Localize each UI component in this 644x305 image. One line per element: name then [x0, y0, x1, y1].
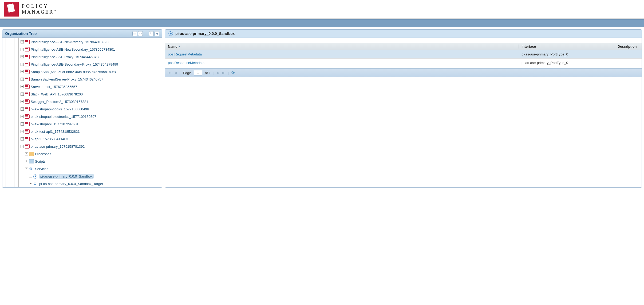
tree-node-label[interactable]: pi-as-ase-primary_0.0.0_Sandbox	[39, 174, 94, 179]
tree-node-label[interactable]: pi-ak-shopapi-electronics_1577109159597	[31, 115, 96, 119]
tree-toggle[interactable]: +	[21, 63, 24, 66]
service-gear-icon: ✱	[33, 174, 38, 178]
tree-node[interactable]: +PingIntelligence-ASE-Proxy_157346446879…	[2, 53, 162, 61]
tree-node[interactable]: +Slack_Web_API_1576083678200	[2, 90, 162, 98]
tree-node-label[interactable]: Processes	[35, 152, 51, 156]
first-page-button[interactable]: ⏮	[168, 71, 172, 75]
expand-all-button[interactable]: ▭	[138, 31, 143, 36]
tree-node[interactable]: +Swagger_Petstore2_1573039167381	[2, 98, 162, 105]
tree-toggle[interactable]: +	[21, 122, 24, 126]
tree-toggle[interactable]: +	[21, 100, 24, 103]
column-name[interactable]: Name ▲	[165, 45, 519, 49]
tree-toggle[interactable]: +	[29, 182, 32, 185]
tree-toggle[interactable]: +	[25, 160, 28, 163]
tree-node[interactable]: +Scripts	[2, 158, 162, 165]
organization-tree-panel: Organization Tree ▬ ▭ ↻ ◀ +PingIntellige…	[2, 29, 162, 188]
tree-node-label[interactable]: PingIntelligence-ASE-Proxy_1573464468798	[31, 55, 100, 59]
refresh-grid-button[interactable]: ⟳	[231, 70, 235, 75]
api-icon	[25, 70, 30, 74]
tree-toggle[interactable]: +	[21, 137, 24, 141]
table-row[interactable]: postResponseMetadatapi-as-ase-primary_Po…	[165, 59, 642, 67]
tree-toggle[interactable]: +	[21, 48, 24, 51]
last-page-button[interactable]: ⏭	[222, 71, 225, 75]
tree-node[interactable]: −⚙Services	[2, 165, 162, 172]
collapse-all-button[interactable]: ▬	[132, 31, 137, 36]
api-icon	[25, 137, 30, 141]
pager: ⏮ ◀ | Page of 1 | ▶ ⏭ | ⟳	[165, 68, 642, 77]
tree-node-label[interactable]: pi-ak-shopapi_1577107297601	[31, 122, 78, 126]
tree-toggle[interactable]: +	[21, 115, 24, 118]
detail-panel: ✱ pi-as-ase-primary_0.0.0_Sandbox Name ▲…	[165, 29, 642, 188]
tree-toggle[interactable]: +	[21, 85, 24, 88]
tree-node[interactable]: +pi-ak-test-api1_1574318532821	[2, 128, 162, 135]
api-icon	[25, 40, 30, 44]
script-icon	[29, 159, 34, 163]
tree-toggle[interactable]: +	[25, 152, 28, 155]
tree-node-label[interactable]: pi-ak-shopapi-books_1577108860496	[31, 107, 89, 111]
operation-name-cell[interactable]: postResponseMetadata	[165, 61, 519, 65]
tree-node-label[interactable]: PingIntelligence-ASE-NewSecondary_157866…	[31, 47, 115, 51]
tree-toggle[interactable]: +	[21, 70, 24, 73]
tree-node[interactable]: +PingIntelligence-ASE-NewPrimary_1578649…	[2, 38, 162, 46]
tree-node[interactable]: +pi-ak-shopapi-books_1577108860496	[2, 105, 162, 113]
tree-node[interactable]: +Processes	[2, 150, 162, 158]
tree-node[interactable]: +PingIntelligence-ASE-NewSecondary_15786…	[2, 46, 162, 53]
tree-node[interactable]: +pi-api1_1573535411403	[2, 135, 162, 143]
organization-tree-title: Organization Tree	[5, 31, 37, 36]
tree-node-label[interactable]: PingIntelligence-ASE-Secondary-Proxy_157…	[31, 62, 118, 66]
tree-node[interactable]: +PingIntelligence-ASE-Secondary-Proxy_15…	[2, 61, 162, 68]
api-icon	[25, 107, 30, 111]
tree-node-label[interactable]: SampleBackendServer-Proxy_1574346240757	[31, 77, 103, 81]
app-title-line2: MANAGER™	[22, 9, 56, 15]
tree-node-label[interactable]: Scripts	[35, 159, 46, 163]
api-icon	[25, 77, 30, 81]
tree-toggle[interactable]: +	[21, 93, 24, 96]
tree-node[interactable]: +pi-ak-shopapi_1577107297601	[2, 120, 162, 128]
toggle-panel-button[interactable]: ◀	[155, 31, 159, 36]
service-gear-icon: ✱	[168, 31, 173, 36]
tree-node-label[interactable]: Swagger_Petstore2_1573039167381	[31, 100, 88, 104]
api-icon	[25, 99, 30, 104]
tree-body[interactable]: +PingIntelligence-ASE-NewPrimary_1578649…	[2, 38, 162, 187]
api-icon	[25, 92, 30, 96]
prev-page-button[interactable]: ◀	[174, 71, 177, 75]
detail-title: pi-as-ase-primary_0.0.0_Sandbox	[175, 31, 235, 36]
tree-node-label[interactable]: pi-ak-test-api1_1574318532821	[31, 130, 80, 134]
tree-node-label[interactable]: pi-api1_1573535411403	[31, 137, 68, 141]
app-logo-icon	[4, 2, 19, 17]
page-input[interactable]	[194, 70, 202, 75]
tree-node[interactable]: +⚙pi-as-ase-primary_0.0.0_Sandbox_Target	[2, 180, 162, 187]
tree-toggle[interactable]: −	[25, 167, 28, 170]
next-page-button[interactable]: ▶	[217, 71, 219, 75]
column-description[interactable]: Description	[615, 45, 642, 49]
tree-node-label[interactable]: PingIntelligence-ASE-NewPrimary_15786491…	[31, 40, 110, 44]
tree-node[interactable]: −✱pi-as-ase-primary_0.0.0_Sandbox	[2, 172, 162, 180]
grid-header: Name ▲ Interface Description	[165, 43, 642, 50]
tree-node[interactable]: +Sarvesh-test_1576736855557	[2, 83, 162, 90]
tree-node-label[interactable]: SampleApp (6bb250cf-8bb2-46fa-8985-c7c75…	[31, 70, 116, 74]
tree-toggle[interactable]: +	[21, 40, 24, 43]
tree-node[interactable]: +pi-ak-shopapi-electronics_1577109159597	[2, 113, 162, 120]
tree-node-label[interactable]: Services	[35, 167, 48, 171]
tree-node[interactable]: +SampleApp (6bb250cf-8bb2-46fa-8985-c7c7…	[2, 68, 162, 75]
table-row[interactable]: postRequestMetadatapi-as-ase-primary_Por…	[165, 50, 642, 59]
tree-toggle[interactable]: −	[29, 175, 32, 178]
tree-node-label[interactable]: pi-as-ase-primary_1579158781392	[31, 145, 85, 149]
tree-toggle[interactable]: +	[21, 130, 24, 133]
refresh-tree-button[interactable]: ↻	[149, 31, 154, 36]
column-interface[interactable]: Interface	[519, 45, 615, 49]
operation-name-cell[interactable]: postRequestMetadata	[165, 52, 519, 56]
tree-node[interactable]: +SampleBackendServer-Proxy_1574346240757	[2, 75, 162, 83]
tree-toggle[interactable]: −	[21, 145, 24, 148]
api-icon	[25, 129, 30, 134]
tree-node[interactable]: −pi-as-ase-primary_1579158781392	[2, 143, 162, 150]
tree-node-label[interactable]: pi-as-ase-primary_0.0.0_Sandbox_Target	[39, 182, 103, 186]
api-icon	[25, 85, 30, 89]
tree-node-label[interactable]: Slack_Web_API_1576083678200	[31, 92, 83, 96]
tree-node-label[interactable]: Sarvesh-test_1576736855557	[31, 85, 77, 89]
tree-toggle[interactable]: +	[21, 107, 24, 111]
tree-toggle[interactable]: +	[21, 55, 24, 58]
api-icon	[25, 122, 30, 126]
tree-toggle[interactable]: +	[21, 78, 24, 81]
gear-icon: ⚙	[29, 167, 34, 171]
